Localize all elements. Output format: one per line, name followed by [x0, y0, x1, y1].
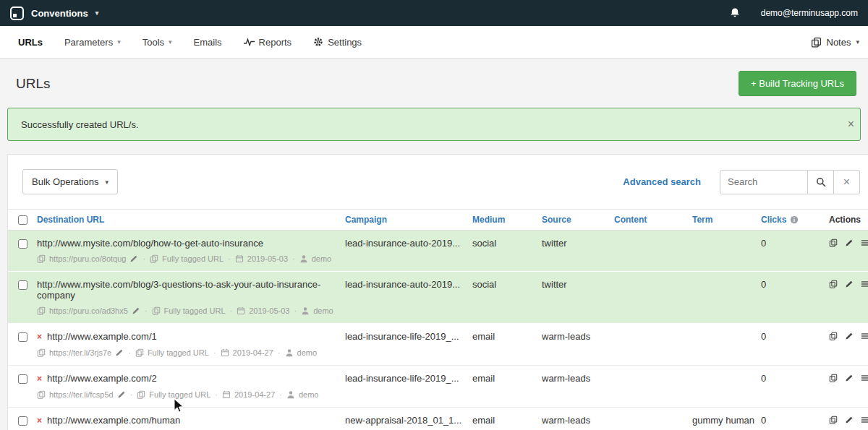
tagged-url-icon — [150, 254, 158, 263]
edit-short-url-icon[interactable] — [115, 348, 124, 357]
created-by: demo — [297, 348, 318, 358]
alert-close-icon[interactable]: × — [848, 119, 854, 130]
chevron-down-icon: ▾ — [117, 38, 121, 46]
chevron-down-icon: ▾ — [95, 9, 99, 17]
menu-icon[interactable] — [861, 416, 868, 424]
edit-icon[interactable] — [845, 280, 854, 288]
calendar-icon — [222, 390, 231, 399]
workspace-name: Conventions — [31, 8, 88, 19]
row-checkbox[interactable] — [18, 239, 27, 249]
edit-short-url-icon[interactable] — [129, 254, 138, 263]
dot-separator: · — [278, 348, 281, 358]
user-icon — [286, 390, 295, 399]
destination-url: http://www.example.com/1 — [47, 331, 157, 342]
duplicate-icon[interactable] — [829, 332, 838, 340]
tab-settings[interactable]: Settings — [302, 26, 373, 58]
short-url[interactable]: https://puru.co/8otqug — [49, 254, 126, 264]
user-icon — [285, 348, 294, 357]
menu-icon[interactable] — [861, 238, 868, 247]
table-toolbar: Bulk Operations ▾ Advanced search × — [8, 155, 868, 209]
table-row: × http://www.mysite.com/blog/3-questions… — [8, 272, 868, 324]
edit-icon[interactable] — [845, 332, 854, 340]
dot-separator: · — [215, 390, 218, 400]
col-clicks[interactable]: Clicks — [761, 215, 829, 225]
table-row: × http://www.example.com/2 https://ter.l… — [8, 366, 868, 408]
col-term[interactable]: Term — [692, 215, 761, 225]
tab-tools[interactable]: Tools ▾ — [132, 26, 183, 58]
campaign-cell: lead-insurance-life-2019_... — [345, 373, 472, 384]
source-cell: twitter — [542, 238, 614, 249]
tab-emails[interactable]: Emails — [183, 26, 233, 58]
urls-panel: Bulk Operations ▾ Advanced search × Dest… — [7, 154, 868, 430]
col-campaign[interactable]: Campaign — [345, 215, 472, 225]
tab-reports[interactable]: Reports — [233, 26, 303, 58]
notes-button[interactable]: Notes ▾ — [811, 26, 861, 58]
menu-icon[interactable] — [861, 332, 868, 340]
created-by: demo — [312, 254, 332, 264]
bulk-operations-button[interactable]: Bulk Operations ▾ — [22, 169, 118, 194]
short-url[interactable]: https://ter.li/3rjs7e — [49, 348, 111, 358]
advanced-search-link[interactable]: Advanced search — [623, 176, 701, 187]
duplicate-icon[interactable] — [829, 238, 838, 247]
row-checkbox[interactable] — [18, 374, 27, 384]
medium-cell: social — [472, 279, 542, 290]
dot-separator: · — [213, 348, 216, 358]
tab-parameters[interactable]: Parameters ▾ — [54, 26, 132, 58]
copy-icon[interactable] — [37, 348, 46, 357]
created-by: demo — [313, 306, 333, 316]
row-checkbox[interactable] — [18, 416, 27, 426]
copy-icon[interactable] — [37, 390, 46, 399]
campaign-cell: lead-insurance-auto-2019... — [345, 279, 472, 290]
edit-short-url-icon[interactable] — [117, 390, 126, 399]
col-medium[interactable]: Medium — [472, 215, 542, 225]
select-all-checkbox[interactable] — [18, 215, 27, 225]
short-url[interactable]: https://puru.co/ad3hx5 — [49, 306, 128, 316]
destination-url: http://www.mysite.com/blog/3-questions-t… — [37, 279, 338, 301]
search-button[interactable] — [808, 170, 834, 194]
edit-icon[interactable] — [845, 238, 854, 247]
info-icon — [790, 215, 799, 224]
workspace-menu[interactable]: Conventions ▾ — [10, 7, 98, 20]
created-date: 2019-05-03 — [247, 254, 288, 264]
campaign-cell: lead-insurance-auto-2019... — [345, 238, 472, 249]
col-destination-url[interactable]: Destination URL — [37, 215, 345, 225]
copy-icon[interactable] — [37, 306, 46, 315]
search-input[interactable] — [720, 170, 808, 194]
invalid-url-icon: × — [37, 374, 42, 384]
tag-status: Fully tagged URL — [164, 306, 226, 316]
tagged-url-icon — [152, 306, 161, 315]
short-url[interactable]: https://ter.li/fcsp5d — [49, 390, 114, 400]
edit-short-url-icon[interactable] — [132, 306, 140, 315]
row-checkbox[interactable] — [18, 332, 27, 342]
col-content[interactable]: Content — [614, 215, 692, 225]
edit-icon[interactable] — [845, 374, 854, 382]
duplicate-icon[interactable] — [829, 374, 838, 382]
campaign-cell: new-appraisal-2018_01_1... — [345, 415, 472, 426]
calendar-icon — [221, 348, 229, 357]
app-logo[interactable] — [10, 7, 24, 20]
tab-urls[interactable]: URLs — [7, 26, 54, 58]
duplicate-icon[interactable] — [829, 280, 838, 288]
table-row: × http://www.example.com/human https://p… — [8, 408, 868, 430]
dot-separator: · — [292, 254, 295, 264]
user-icon — [299, 254, 308, 263]
invalid-url-icon: × — [37, 416, 42, 426]
user-icon — [301, 306, 310, 315]
table-body: × http://www.mysite.com/blog/how-to-get-… — [8, 231, 868, 430]
copy-icon[interactable] — [37, 254, 46, 263]
row-checkbox[interactable] — [18, 280, 27, 290]
medium-cell: email — [472, 331, 542, 342]
clear-search-button[interactable]: × — [834, 170, 860, 194]
table-header-row: Destination URL Campaign Medium Source C… — [8, 209, 868, 231]
build-tracking-urls-button[interactable]: + Build Tracking URLs — [739, 71, 856, 96]
table-row: × http://www.mysite.com/blog/how-to-get-… — [8, 231, 868, 272]
menu-icon[interactable] — [861, 374, 868, 382]
col-source[interactable]: Source — [542, 215, 614, 225]
pulse-icon — [244, 38, 255, 46]
duplicate-icon[interactable] — [829, 416, 838, 424]
menu-icon[interactable] — [861, 280, 868, 288]
account-menu[interactable]: demo@terminusapp.com — [761, 8, 858, 18]
created-date: 2019-04-27 — [234, 390, 275, 400]
edit-icon[interactable] — [845, 416, 854, 424]
notifications-bell-icon[interactable] — [729, 7, 741, 19]
